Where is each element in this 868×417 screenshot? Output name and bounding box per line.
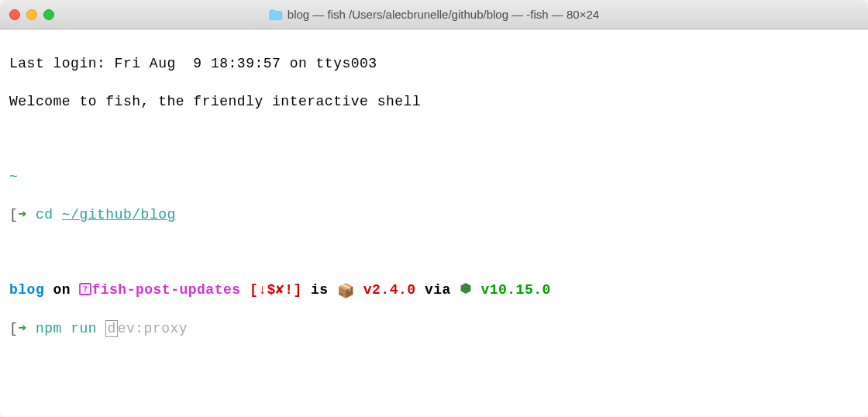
via-text: via <box>416 282 460 298</box>
is-text: is <box>302 282 337 298</box>
prompt-arrow-icon: ➜ <box>18 321 36 336</box>
maximize-icon[interactable] <box>43 9 54 20</box>
git-status-close: ] <box>293 282 301 298</box>
close-icon[interactable] <box>9 9 20 20</box>
cd-command: cd <box>36 207 62 222</box>
git-status: ↓$✘! <box>258 282 293 298</box>
typed-command: npm run <box>36 321 105 336</box>
minimize-icon[interactable] <box>26 9 37 20</box>
autosuggestion: ev:proxy <box>118 321 188 336</box>
open-bracket: [ <box>9 207 18 222</box>
prompt-line-1: [➜ cd ~/github/blog <box>9 205 859 224</box>
cursor[interactable]: d <box>105 320 117 337</box>
svg-text:?: ? <box>83 284 88 295</box>
prompt-arrow-icon: ➜ <box>18 207 36 222</box>
last-login-line: Last login: Fri Aug 9 18:39:57 on ttys00… <box>9 54 859 73</box>
cd-path: ~/github/blog <box>62 207 176 222</box>
node-version: v10.15.0 <box>472 282 551 298</box>
prompt-dir: blog <box>9 282 44 298</box>
terminal-body[interactable]: Last login: Fri Aug 9 18:39:57 on ttys00… <box>0 29 868 417</box>
window-title: blog — fish /Users/alecbrunelle/github/b… <box>288 8 599 21</box>
titlebar[interactable]: blog — fish /Users/alecbrunelle/github/b… <box>0 0 868 29</box>
terminal-window: blog — fish /Users/alecbrunelle/github/b… <box>0 0 868 417</box>
prompt-line-2[interactable]: [➜ npm run dev:proxy <box>9 319 859 338</box>
window-title-content: blog — fish /Users/alecbrunelle/github/b… <box>269 8 599 21</box>
prompt-status-line: blog on ?fish-post-updates [↓$✘!] is 📦 v… <box>9 281 859 301</box>
blank-line <box>9 243 859 261</box>
svg-marker-2 <box>461 283 471 294</box>
cwd-line: ~ <box>9 167 859 186</box>
pkg-version: v2.4.0 <box>354 282 415 298</box>
branch-icon: ? <box>79 282 91 298</box>
on-text: on <box>44 282 79 298</box>
blank-line <box>9 129 859 148</box>
open-bracket: [ <box>9 321 18 336</box>
folder-icon <box>269 9 283 20</box>
package-icon: 📦 <box>337 282 355 301</box>
traffic-lights <box>9 9 54 20</box>
git-status-open: [ <box>241 282 259 298</box>
node-icon <box>460 281 472 300</box>
branch-name: fish-post-updates <box>91 282 240 298</box>
welcome-line: Welcome to fish, the friendly interactiv… <box>9 92 859 111</box>
